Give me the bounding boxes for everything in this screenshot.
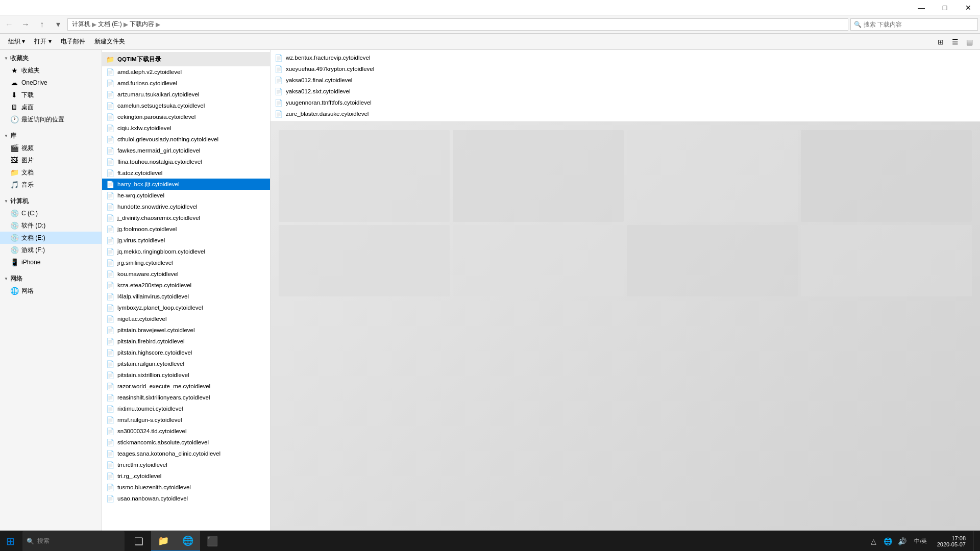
view-small-icons-button[interactable]: ▤ [963, 35, 976, 48]
sidebar-item-network[interactable]: 🌐 网络 [0, 285, 102, 297]
file-type-icon: 📄 [106, 124, 114, 132]
file-item[interactable]: 📄tusmo.bluezenith.cytoidlevel [102, 482, 270, 493]
file-item[interactable]: 📄yaksa012.final.cytoidlevel [271, 74, 980, 86]
search-box[interactable]: 🔍 [850, 18, 978, 31]
sidebar-item-d-drive[interactable]: 💿 软件 (D:) [0, 219, 102, 232]
file-item[interactable]: 📄teages.sana.kotonoha_clinic.cytoidlevel [102, 448, 270, 459]
file-item[interactable]: 📄xueyuehua.497krypton.cytoidlevel [271, 63, 980, 74]
maximize-button[interactable]: □ [933, 0, 957, 15]
breadcrumb-computer[interactable]: 计算机 [72, 20, 90, 29]
taskbar-item-task-view[interactable]: ❑ [127, 531, 151, 552]
file-item[interactable]: 📄wz.bentux.fracturevip.cytoidlevel [271, 52, 980, 63]
sidebar-item-c-drive[interactable]: 💿 C (C:) [0, 207, 102, 219]
sidebar-group-computer[interactable]: ▼ 计算机 [0, 195, 102, 207]
file-item[interactable]: 📄yuugennoran.ttnfftfofs.cytoidlevel [271, 97, 980, 108]
file-item[interactable]: 📄amd.furioso.cytoidlevel [102, 78, 270, 89]
file-item[interactable]: 📄lymboxyz.planet_loop.cytoidlevel [102, 302, 270, 313]
file-item[interactable]: 📄fawkes.mermaid_girl.cytoidlevel [102, 145, 270, 156]
email-button[interactable]: 电子邮件 [57, 35, 89, 48]
file-item[interactable]: 📄l4lalp.villainvirus.cytoidlevel [102, 291, 270, 302]
file-item[interactable]: 📄pitstain.sixtrillion.cytoidlevel [102, 369, 270, 381]
file-item[interactable]: 📄rixtimu.toumei.cytoidlevel [102, 403, 270, 414]
close-button[interactable]: ✕ [957, 0, 980, 15]
file-item[interactable]: 📄razor.world_execute_me.cytoidlevel [102, 381, 270, 392]
file-item[interactable]: 📄nigel.ac.cytoidlevel [102, 313, 270, 324]
tray-network-icon[interactable]: 🌐 [882, 531, 894, 552]
breadcrumb[interactable]: 计算机 ▶ 文档 (E:) ▶ 下载内容 ▶ [67, 18, 848, 31]
file-item[interactable]: 📄tri.rg_.cytoidlevel [102, 470, 270, 482]
new-folder-button[interactable]: 新建文件夹 [90, 35, 129, 48]
tray-input-icon[interactable]: 中/英 [911, 531, 931, 552]
file-item[interactable]: 📄jg.virus.cytoidlevel [102, 235, 270, 246]
show-desktop-button[interactable] [973, 531, 976, 552]
file-item[interactable]: 📄cekington.parousia.cytoidlevel [102, 111, 270, 122]
file-item[interactable]: 📄pitstain.bravejewel.cytoidlevel [102, 324, 270, 336]
file-item[interactable]: 📄stickmancomic.absolute.cytoidlevel [102, 437, 270, 448]
up-button[interactable]: ↑ [35, 17, 49, 32]
file-item[interactable]: 📄camelun.setsugetsuka.cytoidlevel [102, 100, 270, 111]
file-item[interactable]: 📄cthulol.grievouslady.nothing.cytoidleve… [102, 134, 270, 145]
file-item[interactable]: 📄jrg.smiling.cytoidlevel [102, 257, 270, 268]
file-item[interactable]: 📄j_divinity.chaosremix.cytoidlevel [102, 212, 270, 223]
view-large-icons-button[interactable]: ⊞ [934, 35, 947, 48]
file-item[interactable]: 📄artzumaru.tsukaikari.cytoidlevel [102, 89, 270, 100]
sidebar-item-iphone[interactable]: 📱 iPhone [0, 256, 102, 268]
file-item[interactable]: 📄tm.rctlm.cytoidlevel [102, 459, 270, 470]
sidebar-item-onedrive[interactable]: ☁ OneDrive [0, 77, 102, 89]
search-input[interactable] [864, 21, 966, 28]
file-item[interactable]: 📄flina.touhou.nostalgia.cytoidlevel [102, 156, 270, 167]
sidebar-item-downloads[interactable]: ⬇ 下载 [0, 89, 102, 101]
sidebar-item-pictures[interactable]: 🖼 图片 [0, 154, 102, 166]
file-item[interactable]: 📄harry_hcx.jljt.cytoidlevel [102, 179, 270, 190]
file-item[interactable]: 📄pitstain.firebird.cytoidlevel [102, 336, 270, 347]
taskbar-item-explorer[interactable]: 📁 [151, 531, 176, 552]
taskbar-clock[interactable]: 17:08 2020-05-07 [933, 535, 970, 547]
breadcrumb-folder[interactable]: 下载内容 [130, 20, 154, 29]
file-type-icon: 📄 [106, 461, 114, 469]
file-item[interactable]: 📄jq.mekko.ringingbloom.cytoidlevel [102, 246, 270, 257]
back-button[interactable]: ← [2, 17, 16, 32]
sidebar-item-documents[interactable]: 📁 文档 [0, 166, 102, 179]
file-item[interactable]: 📄he-wrq.cytoidlevel [102, 190, 270, 201]
sidebar-item-videos[interactable]: 🎬 视频 [0, 142, 102, 154]
sidebar-item-favorites[interactable]: ★ 收藏夹 [0, 64, 102, 77]
folder-header-item[interactable]: 📁 QQTIM下载目录 [102, 52, 270, 66]
sidebar-item-desktop[interactable]: 🖥 桌面 [0, 101, 102, 113]
tray-volume-icon[interactable]: 🔊 [896, 531, 909, 552]
sidebar-item-recent[interactable]: 🕐 最近访问的位置 [0, 113, 102, 126]
sidebar-item-f-drive[interactable]: 💿 游戏 (F:) [0, 244, 102, 256]
sidebar-item-music[interactable]: 🎵 音乐 [0, 179, 102, 191]
taskbar-item-chrome[interactable]: 🌐 [176, 531, 200, 552]
minimize-button[interactable]: — [910, 0, 933, 15]
file-item[interactable]: 📄amd.aleph.v2.cytoidlevel [102, 66, 270, 78]
file-item[interactable]: 📄kou.maware.cytoidlevel [102, 268, 270, 280]
sidebar-group-library[interactable]: ▼ 库 [0, 130, 102, 142]
sidebar-group-favorites[interactable]: ▼ 收藏夹 [0, 52, 102, 64]
file-item[interactable]: 📄rmsf.railgun-s.cytoidlevel [102, 414, 270, 425]
taskbar-item-cortana[interactable]: 🔍 搜索 [22, 531, 125, 552]
downloads-icon: ⬇ [10, 91, 18, 99]
file-item[interactable]: 📄zure_blaster.daisuke.cytoidlevel [271, 108, 980, 119]
file-item[interactable]: 📄pitstain.highscore.cytoidlevel [102, 347, 270, 358]
file-item[interactable]: 📄reasinshilt.sixtrilionyears.cytoidlevel [102, 392, 270, 403]
file-item[interactable]: 📄ciqiu.kxlw.cytoidlevel [102, 122, 270, 134]
taskbar-item-extra[interactable]: ⬛ [200, 531, 225, 552]
file-item[interactable]: 📄pitstain.railgun.cytoidlevel [102, 358, 270, 369]
tray-arrow-icon[interactable]: △ [868, 531, 880, 552]
file-item[interactable]: 📄ft.atoz.cytoidlevel [102, 167, 270, 179]
file-item[interactable]: 📄jg.foolmoon.cytoidlevel [102, 223, 270, 235]
file-item[interactable]: 📄sn30000324.tld.cytoidlevel [102, 425, 270, 437]
file-item[interactable]: 📄hundotte.snowdrive.cytoidlevel [102, 201, 270, 212]
recent-locations-button[interactable]: ▾ [51, 17, 65, 32]
organize-button[interactable]: 组织 ▾ [4, 35, 29, 48]
open-button[interactable]: 打开 ▾ [30, 35, 55, 48]
file-item[interactable]: 📄krza.etea200step.cytoidlevel [102, 280, 270, 291]
view-details-button[interactable]: ☰ [948, 35, 962, 48]
sidebar-item-e-drive[interactable]: 💿 文档 (E:) [0, 232, 102, 244]
file-item[interactable]: 📄usao.nanbowan.cytoidlevel [102, 493, 270, 504]
sidebar-group-network[interactable]: ▼ 网络 [0, 272, 102, 285]
file-item[interactable]: 📄yaksa012.sixt.cytoidlevel [271, 86, 980, 97]
breadcrumb-drive[interactable]: 文档 (E:) [98, 20, 122, 29]
forward-button[interactable]: → [18, 17, 33, 32]
start-button[interactable]: ⊞ [0, 531, 20, 552]
